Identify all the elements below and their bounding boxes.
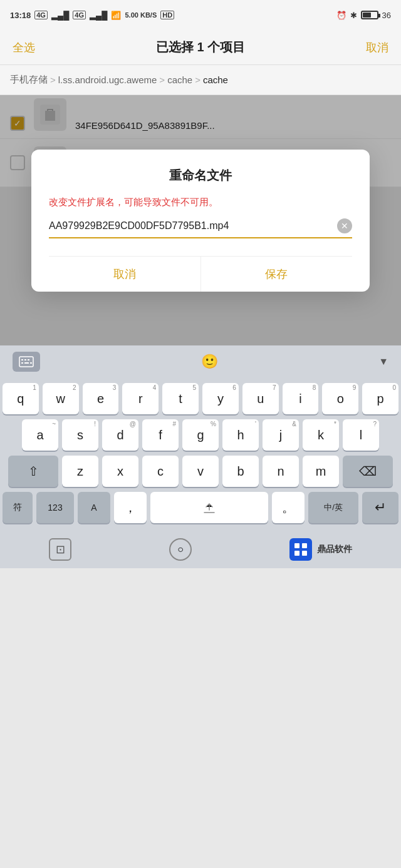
key-c[interactable]: c [142,456,179,487]
signal-bars-1: ▂▄█ [51,11,69,20]
svg-rect-11 [302,543,307,548]
space-key[interactable] [150,492,268,523]
key-4[interactable]: 4r [122,383,159,414]
brand-name: 鼎品软件 [317,544,352,555]
lang-key[interactable]: 中/英 [308,492,358,523]
svg-rect-10 [294,543,299,548]
emoji-button[interactable]: 🙂 [201,354,218,370]
key-j[interactable]: &j [263,419,299,451]
key-v[interactable]: v [182,456,219,487]
backspace-key[interactable]: ⌫ [343,456,393,487]
breadcrumb: 手机存储 > l.ss.android.ugc.aweme > cache > … [0,65,401,95]
keyboard-row-numbers: 1q 2w 3e 4r 5t 6y 7u 8i 9o 0p [3,383,398,414]
select-all-button[interactable]: 全选 [13,40,35,55]
time: 13:18 [10,11,31,20]
svg-rect-13 [302,551,307,556]
top-nav: 全选 已选择 1 个项目 取消 [0,30,401,65]
svg-rect-9 [292,541,310,558]
caps-key[interactable]: A [78,492,110,523]
keyboard-hide-button[interactable]: ▼ [378,356,388,367]
key-n[interactable]: n [263,456,299,487]
symbol-key[interactable]: 符 [3,492,33,523]
status-left: 13:18 4G ▂▄█ 4G ▂▄█ 📶 5.00 KB/S HD [10,11,174,20]
svg-rect-8 [30,362,32,364]
status-right: ⏰ ✱ 36 [336,11,391,20]
key-6[interactable]: 6y [202,383,239,414]
bluetooth-icon: ✱ [350,11,357,20]
svg-rect-12 [294,551,299,556]
modal-cancel-button[interactable]: 取消 [49,257,200,292]
breadcrumb-item-3: cache [203,74,228,85]
key-9[interactable]: 9o [322,383,358,414]
breadcrumb-sep-1: > [159,74,165,85]
key-f[interactable]: #f [142,419,179,451]
key-7[interactable]: 7u [242,383,279,414]
key-k[interactable]: *k [303,419,339,451]
rename-input[interactable] [49,220,337,232]
svg-rect-5 [28,359,29,360]
status-bar: 13:18 4G ▂▄█ 4G ▂▄█ 📶 5.00 KB/S HD ⏰ ✱ 3… [0,0,401,30]
signal-4g-1: 4G [34,11,48,19]
key-5[interactable]: 5t [162,383,199,414]
battery-fill [363,13,371,18]
speed-label: 5.00 KB/S [125,11,157,19]
hd-label: HD [160,11,174,19]
breadcrumb-item-1[interactable]: l.ss.android.ugc.aweme [58,74,157,85]
file-list-area: ✓ 34FE956D641D_95A83891B9F... A821726127… [0,95,401,345]
brand-area: 鼎品软件 [289,538,352,561]
breadcrumb-sep-2: > [195,74,200,85]
key-l[interactable]: ?l [343,419,379,451]
keyboard-row-2: ~a !s @d #f %g 'h &j *k ?l [3,419,398,451]
signal-4g-2: 4G [73,11,86,19]
key-h[interactable]: 'h [222,419,259,451]
battery-percent: 36 [382,11,391,20]
brand-icon [289,538,312,561]
breadcrumb-sep-0: > [50,74,56,85]
modal-input-wrap: ✕ [49,218,352,238]
nav-cancel-button[interactable]: 取消 [366,40,388,55]
key-g[interactable]: %g [182,419,219,451]
keyboard-toolbar: 🙂 ▼ [0,345,401,378]
keyboard-row-4: 符 123 A ， 。 中/英 ↵ [3,492,398,523]
period-key[interactable]: 。 [272,492,305,523]
key-3[interactable]: 3e [83,383,119,414]
key-0[interactable]: 0p [362,383,398,414]
signal-bars-2: ▂▄█ [90,11,107,20]
keyboard: 1q 2w 3e 4r 5t 6y 7u 8i 9o 0p ~a !s @d #… [0,378,401,531]
keyboard-icon[interactable] [13,352,40,372]
svg-rect-3 [21,359,23,360]
brand-logo: 鼎品软件 [289,538,352,561]
modal-clear-button[interactable]: ✕ [337,218,352,233]
comma-key[interactable]: ， [114,492,147,523]
modal-actions: 取消 保存 [49,256,352,292]
key-m[interactable]: m [303,456,339,487]
key-s[interactable]: !s [62,419,98,451]
key-d[interactable]: @d [102,419,138,451]
nav-title: 已选择 1 个项目 [156,39,245,56]
nav-home-icon[interactable]: ○ [169,538,192,561]
keyboard-row-3: ⇧ z x c v b n m ⌫ [3,456,398,487]
key-8[interactable]: 8i [283,383,319,414]
svg-rect-7 [24,362,29,364]
alarm-icon: ⏰ [336,11,346,20]
key-z[interactable]: z [62,456,98,487]
key-a[interactable]: ~a [22,419,58,451]
modal-warning: 改变文件扩展名，可能导致文件不可用。 [49,197,352,208]
shift-key[interactable]: ⇧ [8,456,58,487]
key-1[interactable]: 1q [3,383,39,414]
return-key[interactable]: ↵ [362,492,398,523]
wifi-icon: 📶 [111,11,121,20]
key-b[interactable]: b [222,456,259,487]
bottom-nav-bar: ⊡ ○ 鼎品软件 [0,531,401,568]
breadcrumb-item-0[interactable]: 手机存储 [10,74,48,86]
key-2[interactable]: 2w [43,383,79,414]
modal-save-button[interactable]: 保存 [200,257,353,292]
svg-rect-6 [21,362,23,364]
rename-modal: 重命名文件 改变文件扩展名，可能导致文件不可用。 ✕ 取消 保存 [31,150,370,292]
key-x[interactable]: x [102,456,138,487]
num-key[interactable]: 123 [36,492,74,523]
nav-square-icon[interactable]: ⊡ [49,538,71,561]
svg-rect-2 [19,357,33,367]
breadcrumb-item-2[interactable]: cache [167,74,192,85]
svg-rect-4 [24,359,26,360]
